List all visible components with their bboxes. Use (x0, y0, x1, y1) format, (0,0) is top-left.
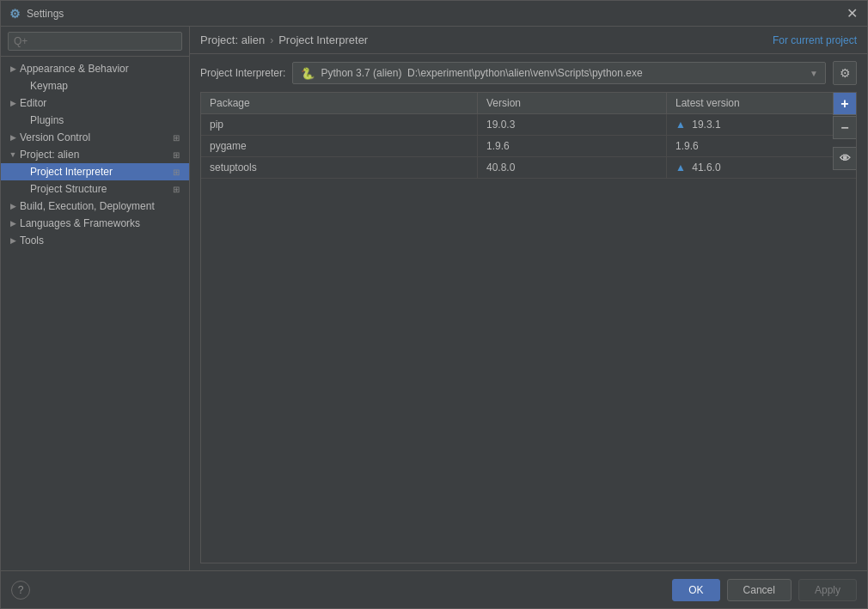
show-early-releases-button[interactable]: 👁 (833, 147, 857, 170)
package-latest: 1.9.6 (667, 136, 856, 156)
sidebar: ▶ Appearance & Behavior ▶ Keymap ▶ Edito… (1, 27, 190, 570)
latest-version-value: 41.6.0 (692, 161, 720, 174)
col-package: Package (201, 93, 478, 113)
footer: ? OK Cancel Apply (1, 570, 867, 608)
col-version: Version (478, 93, 667, 113)
package-version: 1.9.6 (478, 136, 667, 156)
interpreter-selector[interactable]: 🐍 Python 3.7 (alien) D:\experiment\pytho… (292, 62, 826, 84)
sidebar-item-project-structure[interactable]: ▶ Project Structure ⊞ (1, 180, 189, 198)
sidebar-item-label: Languages & Frameworks (20, 217, 182, 229)
vcs-icon: ⊞ (170, 131, 182, 143)
content-area: ▶ Appearance & Behavior ▶ Keymap ▶ Edito… (1, 27, 867, 570)
app-icon: ⚙ (8, 7, 21, 21)
arrow-icon: ▶ (8, 235, 18, 246)
interpreter-icon: ⊞ (170, 166, 182, 178)
python-icon: 🐍 (300, 65, 315, 81)
remove-package-button[interactable]: − (833, 116, 857, 139)
sidebar-item-label: Project Structure (30, 183, 167, 195)
window-title: Settings (27, 8, 843, 20)
nav-tree: ▶ Appearance & Behavior ▶ Keymap ▶ Edito… (1, 57, 189, 570)
table-row[interactable]: pip 19.0.3 ▲ 19.3.1 (201, 114, 856, 136)
sidebar-item-label: Keymap (30, 80, 182, 92)
package-name: pip (201, 114, 478, 135)
package-latest: ▲ 41.6.0 (667, 157, 856, 178)
gear-button[interactable]: ⚙ (833, 61, 857, 85)
interpreter-name-path: Python 3.7 (alien) D:\experiment\python\… (321, 67, 804, 79)
apply-button[interactable]: Apply (798, 579, 857, 601)
sidebar-item-project-alien[interactable]: ▼ Project: alien ⊞ (1, 146, 189, 163)
close-button[interactable]: ✕ (843, 5, 860, 22)
title-bar: ⚙ Settings ✕ (1, 1, 867, 27)
sidebar-item-build-execution[interactable]: ▶ Build, Execution, Deployment (1, 198, 189, 215)
breadcrumb-bar: Project: alien › Project Interpreter For… (190, 27, 867, 54)
arrow-icon: ▶ (8, 132, 18, 143)
table-row[interactable]: setuptools 40.8.0 ▲ 41.6.0 (201, 157, 856, 179)
arrow-icon: ▶ (8, 218, 18, 228)
sidebar-item-editor[interactable]: ▶ Editor (1, 94, 189, 112)
package-version: 19.0.3 (478, 114, 667, 135)
arrow-open-icon: ▼ (8, 149, 18, 160)
add-package-button[interactable]: + (833, 92, 857, 115)
breadcrumb-parent: Project: alien (200, 33, 265, 46)
sidebar-item-label: Plugins (30, 114, 182, 126)
interpreter-name: Python 3.7 (alien) (321, 67, 401, 79)
sidebar-item-languages[interactable]: ▶ Languages & Frameworks (1, 215, 189, 232)
interpreter-row: Project Interpreter: 🐍 Python 3.7 (alien… (190, 54, 867, 92)
help-button[interactable]: ? (11, 581, 30, 600)
interpreter-label: Project Interpreter: (200, 67, 285, 79)
cancel-button[interactable]: Cancel (727, 579, 792, 601)
upgrade-icon: ▲ (675, 161, 686, 174)
ok-button[interactable]: OK (672, 579, 719, 601)
sidebar-item-label: Editor (20, 97, 182, 109)
main-panel: Project: alien › Project Interpreter For… (190, 27, 867, 570)
arrow-icon: ▶ (8, 201, 18, 211)
sidebar-item-label: Version Control (20, 131, 167, 143)
project-icon: ⊞ (170, 149, 182, 161)
search-box (1, 27, 189, 57)
sidebar-item-label: Appearance & Behavior (20, 63, 182, 75)
table-row[interactable]: pygame 1.9.6 1.9.6 (201, 136, 856, 157)
col-latest-version: Latest version (667, 93, 856, 113)
sidebar-item-project-interpreter[interactable]: ▶ Project Interpreter ⊞ (1, 163, 189, 180)
sidebar-item-keymap[interactable]: ▶ Keymap (1, 77, 189, 94)
structure-icon: ⊞ (170, 183, 182, 195)
dropdown-arrow-icon: ▼ (810, 69, 818, 78)
search-input[interactable] (8, 32, 182, 51)
latest-version-value: 1.9.6 (675, 140, 699, 152)
upgrade-icon: ▲ (675, 119, 686, 131)
breadcrumb-separator: › (270, 34, 273, 46)
arrow-icon: ▶ (8, 64, 18, 74)
package-version: 40.8.0 (478, 157, 667, 178)
sidebar-item-tools[interactable]: ▶ Tools (1, 232, 189, 249)
breadcrumb-current: Project Interpreter (278, 33, 368, 46)
sidebar-item-version-control[interactable]: ▶ Version Control ⊞ (1, 129, 189, 146)
interpreter-path: D:\experiment\python\alien\venv\Scripts\… (407, 67, 642, 79)
sidebar-item-appearance[interactable]: ▶ Appearance & Behavior (1, 60, 189, 77)
arrow-icon: ▶ (8, 98, 18, 108)
package-name: setuptools (201, 157, 478, 178)
package-name: pygame (201, 136, 478, 156)
sidebar-item-plugins[interactable]: ▶ Plugins (1, 112, 189, 129)
for-current-project-link[interactable]: For current project (773, 34, 857, 46)
latest-version-value: 19.3.1 (692, 119, 720, 131)
package-table-container: + − 👁 Package Version Latest version pip… (200, 92, 857, 563)
table-body: pip 19.0.3 ▲ 19.3.1 pygame 1.9.6 1.9.6 (201, 114, 856, 563)
sidebar-item-label: Build, Execution, Deployment (20, 200, 182, 212)
side-actions: + − 👁 (833, 92, 857, 171)
table-header: Package Version Latest version (201, 93, 856, 114)
sidebar-item-label: Project Interpreter (30, 166, 167, 178)
sidebar-item-label: Tools (20, 234, 182, 247)
settings-window: ⚙ Settings ✕ ▶ Appearance & Behavior ▶ K… (0, 0, 868, 609)
sidebar-item-label: Project: alien (20, 149, 167, 161)
package-latest: ▲ 19.3.1 (667, 114, 856, 135)
